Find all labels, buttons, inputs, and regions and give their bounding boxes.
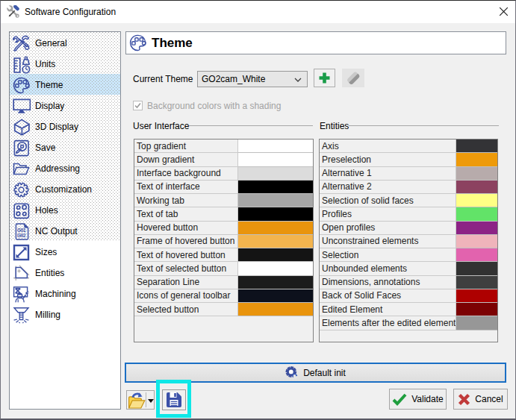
svg-text:G02: G02 bbox=[17, 233, 26, 238]
